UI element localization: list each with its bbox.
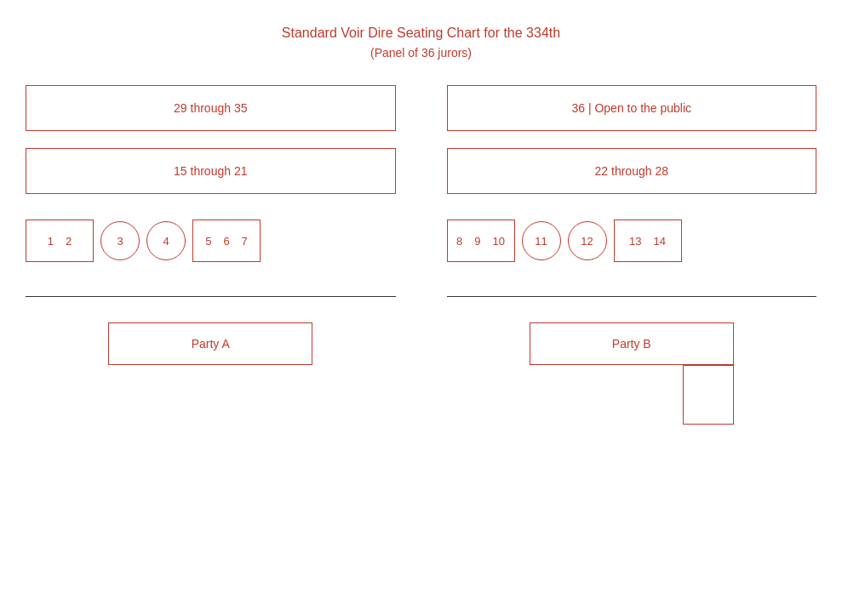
- juror-6-label: 6: [223, 235, 229, 248]
- right-row2-box: 22 through 28: [447, 148, 817, 194]
- party-row: Party A Party B: [0, 322, 842, 425]
- right-divider: [447, 296, 817, 297]
- juror-1-label: 1: [48, 235, 54, 248]
- party-b-sub-box: [683, 365, 734, 425]
- juror-5-label: 5: [205, 235, 211, 248]
- right-juror-box-8-9-10: 8 9 10: [447, 220, 515, 262]
- left-juror-row: 1 2 3 4 5 6 7: [26, 220, 396, 262]
- page-title: Standard Voir Dire Seating Chart for the…: [0, 26, 842, 41]
- party-b-col: Party B: [447, 322, 817, 425]
- left-column: 29 through 35 15 through 21 1 2 3 4 5 6 …: [26, 85, 396, 297]
- right-juror-row: 8 9 10 11 12 13 14: [447, 220, 817, 262]
- party-b-container: Party B: [530, 322, 734, 425]
- right-juror-circle-12: 12: [568, 221, 607, 260]
- juror-9-label: 9: [474, 235, 480, 248]
- right-juror-box-13-14: 13 14: [614, 220, 682, 262]
- page-container: Standard Voir Dire Seating Chart for the…: [0, 0, 842, 616]
- right-column: 36 | Open to the public 22 through 28 8 …: [447, 85, 817, 297]
- party-a-box: Party A: [108, 322, 312, 365]
- left-divider: [26, 296, 396, 297]
- juror-2-label: 2: [66, 235, 72, 248]
- right-juror-circle-11: 11: [522, 221, 561, 260]
- juror-8-label: 8: [456, 235, 462, 248]
- party-a-col: Party A: [26, 322, 396, 425]
- left-row2-box: 15 through 21: [26, 148, 396, 194]
- juror-13-label: 13: [629, 235, 641, 248]
- page-subtitle: (Panel of 36 jurors): [0, 46, 842, 60]
- header: Standard Voir Dire Seating Chart for the…: [0, 0, 842, 60]
- juror-7-label: 7: [242, 235, 248, 248]
- left-juror-box-5-6-7: 5 6 7: [192, 220, 261, 262]
- left-juror-circle-3: 3: [100, 221, 140, 260]
- juror-14-label: 14: [654, 235, 666, 248]
- left-juror-circle-4: 4: [146, 221, 186, 260]
- right-row1-box: 36 | Open to the public: [447, 85, 817, 131]
- party-b-box: Party B: [530, 322, 734, 365]
- juror-10-label: 10: [493, 235, 505, 248]
- left-row1-box: 29 through 35: [26, 85, 396, 131]
- main-content: 29 through 35 15 through 21 1 2 3 4 5 6 …: [0, 85, 842, 297]
- left-juror-box-1-2: 1 2: [26, 220, 94, 262]
